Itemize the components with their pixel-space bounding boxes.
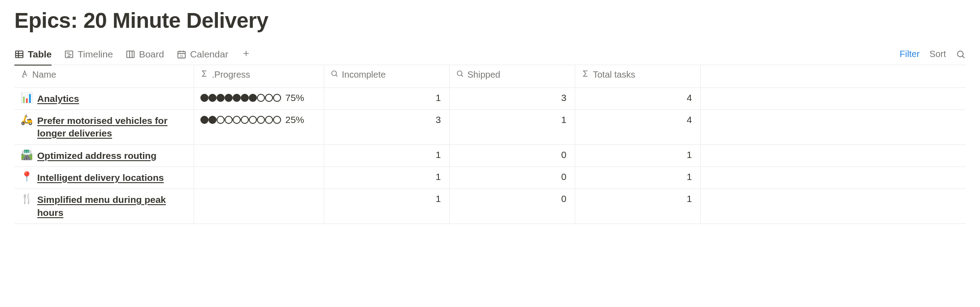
- row-name: Simplified menu during peak hours: [37, 193, 187, 219]
- progress-label: 25%: [286, 114, 304, 125]
- plus-icon: [242, 48, 250, 60]
- cell-name[interactable]: 📊Analytics: [14, 88, 194, 110]
- views-bar: Table Timeline: [14, 44, 966, 65]
- svg-line-25: [461, 75, 463, 77]
- cell-name[interactable]: 🛣️Optimized address routing: [14, 145, 194, 167]
- cell-total: 4: [575, 110, 700, 145]
- filter-button[interactable]: Filter: [900, 49, 919, 59]
- tab-board[interactable]: Board: [126, 44, 164, 65]
- col-header-progress[interactable]: .Progress: [194, 65, 324, 88]
- view-actions: Filter Sort: [900, 49, 966, 59]
- col-label: .Progress: [212, 70, 251, 80]
- progress-label: 75%: [286, 92, 304, 103]
- svg-point-18: [958, 51, 963, 57]
- table-header-row: Name .Progress: [14, 65, 966, 88]
- progress-dots: [200, 116, 281, 124]
- cell-shipped: 1: [449, 110, 575, 145]
- table-row[interactable]: 🛵Prefer motorised vehicles for longer de…: [14, 110, 966, 145]
- cell-progress: [194, 189, 324, 224]
- cell-progress: [194, 167, 324, 189]
- table-row[interactable]: 🛣️Optimized address routing101: [14, 145, 966, 167]
- search-icon: [456, 70, 464, 80]
- row-name: Intelligent delivery locations: [37, 171, 164, 184]
- cell-spacer: [700, 88, 966, 110]
- cell-progress: 25%: [194, 110, 324, 145]
- title-property-icon: [21, 70, 29, 80]
- tab-calendar[interactable]: 31 Calendar: [177, 44, 228, 65]
- table-row[interactable]: 📍Intelligent delivery locations101: [14, 167, 966, 189]
- progress-dots: [200, 94, 281, 102]
- table-icon: [14, 49, 24, 59]
- table-row[interactable]: 📊Analytics75%134: [14, 88, 966, 110]
- svg-point-22: [332, 71, 337, 76]
- tab-label: Timeline: [78, 49, 113, 60]
- row-name: Prefer motorised vehicles for longer del…: [37, 114, 187, 140]
- search-button[interactable]: [956, 49, 966, 59]
- col-header-incomplete[interactable]: Incomplete: [324, 65, 449, 88]
- sigma-icon: [581, 70, 590, 80]
- tab-timeline[interactable]: Timeline: [64, 44, 113, 65]
- col-label: Shipped: [468, 70, 500, 80]
- page-title: Epics: 20 Minute Delivery: [14, 8, 966, 33]
- cell-incomplete: 1: [324, 189, 449, 224]
- cell-shipped: 3: [449, 88, 575, 110]
- row-name: Analytics: [37, 92, 79, 105]
- cell-shipped: 0: [449, 189, 575, 224]
- cell-spacer: [700, 167, 966, 189]
- cell-total: 4: [575, 88, 700, 110]
- database-table: Name .Progress: [14, 65, 966, 224]
- tab-table[interactable]: Table: [14, 44, 52, 65]
- cell-progress: 75%: [194, 88, 324, 110]
- col-header-spacer: [700, 65, 966, 88]
- cell-incomplete: 3: [324, 110, 449, 145]
- cell-total: 1: [575, 167, 700, 189]
- svg-rect-8: [127, 51, 134, 57]
- cell-progress: [194, 145, 324, 167]
- row-name: Optimized address routing: [37, 149, 156, 162]
- col-label: Total tasks: [593, 70, 635, 80]
- col-label: Name: [32, 70, 56, 80]
- cell-incomplete: 1: [324, 88, 449, 110]
- add-view-button[interactable]: [241, 49, 252, 60]
- board-icon: [126, 49, 135, 59]
- svg-point-24: [457, 71, 462, 76]
- row-emoji-icon: 📍: [21, 171, 33, 182]
- svg-line-23: [336, 75, 338, 77]
- cell-shipped: 0: [449, 145, 575, 167]
- row-emoji-icon: 🛣️: [21, 149, 33, 160]
- svg-rect-0: [16, 51, 23, 57]
- col-header-name[interactable]: Name: [14, 65, 194, 88]
- col-label: Incomplete: [342, 70, 386, 80]
- cell-total: 1: [575, 145, 700, 167]
- sort-button[interactable]: Sort: [929, 49, 946, 59]
- cell-shipped: 0: [449, 167, 575, 189]
- calendar-icon: 31: [177, 49, 186, 59]
- cell-spacer: [700, 189, 966, 224]
- sigma-icon: [200, 70, 208, 80]
- timeline-icon: [64, 49, 74, 59]
- cell-name[interactable]: 🍴Simplified menu during peak hours: [14, 189, 194, 224]
- cell-incomplete: 1: [324, 145, 449, 167]
- cell-incomplete: 1: [324, 167, 449, 189]
- search-icon: [956, 49, 966, 59]
- search-icon: [330, 70, 338, 80]
- cell-spacer: [700, 145, 966, 167]
- tab-label: Board: [139, 49, 164, 60]
- table-row[interactable]: 🍴Simplified menu during peak hours101: [14, 189, 966, 224]
- col-header-shipped[interactable]: Shipped: [449, 65, 575, 88]
- cell-name[interactable]: 📍Intelligent delivery locations: [14, 167, 194, 189]
- cell-spacer: [700, 110, 966, 145]
- row-emoji-icon: 📊: [21, 92, 33, 103]
- cell-total: 1: [575, 189, 700, 224]
- svg-line-19: [963, 56, 965, 58]
- tab-label: Table: [28, 49, 52, 60]
- views-list: Table Timeline: [14, 44, 900, 65]
- cell-name[interactable]: 🛵Prefer motorised vehicles for longer de…: [14, 110, 194, 145]
- row-emoji-icon: 🛵: [21, 114, 33, 125]
- col-header-total[interactable]: Total tasks: [575, 65, 700, 88]
- row-emoji-icon: 🍴: [21, 193, 33, 204]
- tab-label: Calendar: [190, 49, 228, 60]
- svg-text:31: 31: [180, 53, 183, 57]
